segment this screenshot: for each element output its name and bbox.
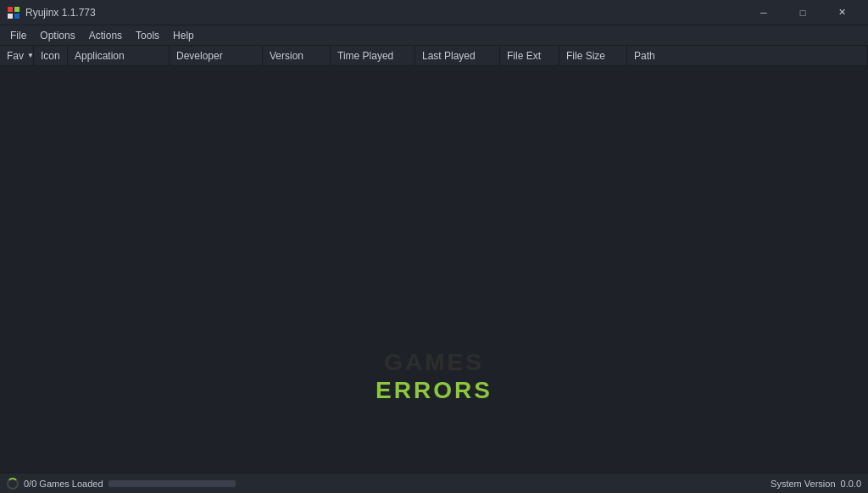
svg-rect-1 xyxy=(14,7,19,12)
svg-rect-3 xyxy=(14,14,19,19)
main-content: GAMES ERRORS xyxy=(0,66,868,473)
menu-item-options[interactable]: Options xyxy=(33,27,81,44)
menu-item-file[interactable]: File xyxy=(3,27,33,44)
svg-rect-2 xyxy=(8,14,13,19)
menu-bar: File Options Actions Tools Help xyxy=(0,25,868,46)
col-header-file-ext[interactable]: File Ext xyxy=(500,46,559,65)
progress-bar xyxy=(108,480,236,487)
menu-item-actions[interactable]: Actions xyxy=(82,27,129,44)
watermark: GAMES ERRORS xyxy=(376,348,492,405)
fav-dropdown-arrow: ▼ xyxy=(27,52,34,59)
status-bar-left: 0/0 Games Loaded xyxy=(7,478,236,490)
col-label-file-ext: File Ext xyxy=(507,50,541,62)
svg-rect-0 xyxy=(8,7,13,12)
col-header-time-played[interactable]: Time Played xyxy=(331,46,415,65)
app-icon xyxy=(7,6,20,19)
col-label-fav: Fav xyxy=(7,50,24,62)
col-header-fav[interactable]: Fav ▼ xyxy=(0,46,34,65)
col-label-last-played: Last Played xyxy=(422,50,476,62)
col-label-file-size: File Size xyxy=(566,50,605,62)
system-version-label: System Version xyxy=(771,479,835,489)
title-bar-controls: ─ □ ✕ xyxy=(744,0,861,25)
col-label-version: Version xyxy=(270,50,303,62)
close-button[interactable]: ✕ xyxy=(822,0,861,25)
col-header-file-size[interactable]: File Size xyxy=(559,46,627,65)
col-label-time-played: Time Played xyxy=(337,50,393,62)
title-bar-left: Ryujinx 1.1.773 xyxy=(7,6,96,19)
col-label-developer: Developer xyxy=(176,50,223,62)
column-headers: Fav ▼ Icon Application Developer Version… xyxy=(0,46,868,66)
col-label-application: Application xyxy=(75,50,125,62)
col-header-developer[interactable]: Developer xyxy=(170,46,263,65)
menu-item-tools[interactable]: Tools xyxy=(129,27,166,44)
system-version-value: 0.0.0 xyxy=(841,479,861,489)
col-header-last-played[interactable]: Last Played xyxy=(415,46,500,65)
title-text: Ryujinx 1.1.773 xyxy=(25,7,96,19)
col-header-path[interactable]: Path xyxy=(627,46,868,65)
col-header-application[interactable]: Application xyxy=(68,46,170,65)
menu-item-help[interactable]: Help xyxy=(166,27,201,44)
col-label-path: Path xyxy=(634,50,655,62)
loading-spinner xyxy=(7,478,19,490)
games-loaded-text: 0/0 Games Loaded xyxy=(24,479,103,489)
minimize-button[interactable]: ─ xyxy=(744,0,783,25)
maximize-button[interactable]: □ xyxy=(783,0,822,25)
title-bar: Ryujinx 1.1.773 ─ □ ✕ xyxy=(0,0,868,25)
status-bar: 0/0 Games Loaded System Version 0.0.0 xyxy=(0,473,868,493)
col-header-version[interactable]: Version xyxy=(263,46,331,65)
watermark-errors-text: ERRORS xyxy=(376,376,492,405)
watermark-games-text: GAMES xyxy=(376,348,492,377)
col-label-icon: Icon xyxy=(41,50,60,62)
status-bar-right: System Version 0.0.0 xyxy=(771,479,861,489)
col-header-icon[interactable]: Icon xyxy=(34,46,68,65)
